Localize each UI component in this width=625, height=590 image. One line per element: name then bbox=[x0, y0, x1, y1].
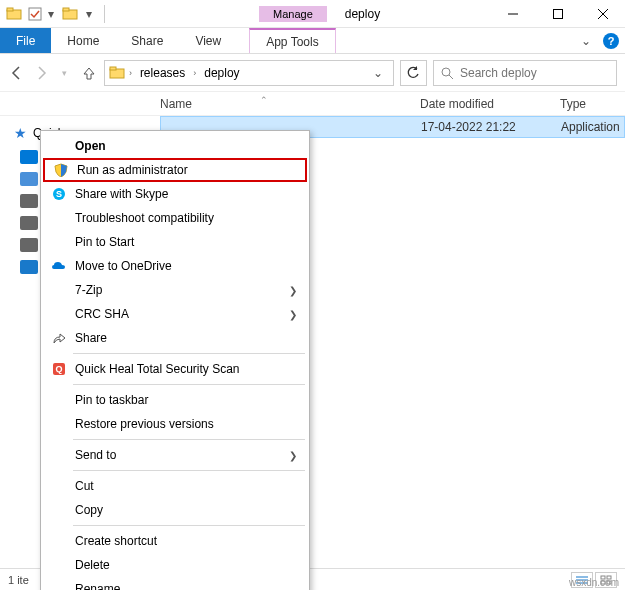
menu-separator bbox=[73, 439, 305, 440]
ctx-rename[interactable]: Rename bbox=[43, 577, 307, 590]
network-icon[interactable] bbox=[20, 260, 38, 274]
ctx-pin-start[interactable]: Pin to Start bbox=[43, 230, 307, 254]
crumb-separator-icon[interactable]: › bbox=[193, 68, 196, 78]
watermark: wsxdn.com bbox=[569, 577, 619, 588]
ribbon-right: ⌄ ? bbox=[577, 28, 625, 53]
forward-button[interactable] bbox=[32, 63, 50, 83]
svg-rect-6 bbox=[553, 9, 562, 18]
ctx-move-onedrive[interactable]: Move to OneDrive bbox=[43, 254, 307, 278]
history-dropdown-icon[interactable]: ▾ bbox=[56, 63, 74, 83]
ctx-delete[interactable]: Delete bbox=[43, 553, 307, 577]
ctx-share-skype[interactable]: S Share with Skype bbox=[43, 182, 307, 206]
menu-separator bbox=[73, 353, 305, 354]
address-folder-icon bbox=[109, 65, 125, 81]
column-header-date[interactable]: Date modified bbox=[420, 97, 560, 111]
ctx-troubleshoot[interactable]: Troubleshoot compatibility bbox=[43, 206, 307, 230]
ctx-label: 7-Zip bbox=[75, 283, 102, 297]
close-button[interactable] bbox=[580, 0, 625, 28]
svg-rect-1 bbox=[7, 8, 13, 11]
share-tab[interactable]: Share bbox=[115, 28, 179, 53]
submenu-arrow-icon: ❯ bbox=[289, 285, 297, 296]
ctx-share[interactable]: Share bbox=[43, 326, 307, 350]
menu-separator bbox=[73, 384, 305, 385]
column-header-name[interactable]: Name ⌃ bbox=[160, 97, 420, 111]
separator bbox=[104, 5, 105, 23]
ctx-label: Share bbox=[75, 331, 107, 345]
ctx-cut[interactable]: Cut bbox=[43, 474, 307, 498]
qat-dropdown-icon-2[interactable]: ▾ bbox=[84, 7, 94, 21]
app-tools-tab[interactable]: App Tools bbox=[249, 28, 335, 53]
breadcrumb[interactable]: deploy bbox=[200, 66, 243, 80]
ctx-quick-heal[interactable]: Q Quick Heal Total Security Scan bbox=[43, 357, 307, 381]
quick-heal-icon: Q bbox=[51, 361, 67, 377]
onedrive-icon bbox=[51, 258, 67, 274]
this-pc-icon[interactable] bbox=[20, 172, 38, 186]
column-headers: Name ⌃ Date modified Type bbox=[0, 92, 625, 116]
onedrive-icon[interactable] bbox=[20, 150, 38, 164]
navigation-bar: ▾ › releases › deploy ⌄ bbox=[0, 54, 625, 92]
skype-icon: S bbox=[51, 186, 67, 202]
ctx-open[interactable]: Open bbox=[43, 134, 307, 158]
ctx-copy[interactable]: Copy bbox=[43, 498, 307, 522]
drive-icon[interactable] bbox=[20, 216, 38, 230]
drive-icon[interactable] bbox=[20, 194, 38, 208]
shield-icon bbox=[53, 162, 69, 178]
search-icon bbox=[440, 66, 454, 80]
drive-icon[interactable] bbox=[20, 238, 38, 252]
maximize-button[interactable] bbox=[535, 0, 580, 28]
minimize-button[interactable] bbox=[490, 0, 535, 28]
view-tab[interactable]: View bbox=[179, 28, 237, 53]
ctx-label: Quick Heal Total Security Scan bbox=[75, 362, 240, 376]
ribbon-collapse-icon[interactable]: ⌄ bbox=[577, 34, 595, 48]
ctx-7zip[interactable]: 7-Zip ❯ bbox=[43, 278, 307, 302]
search-box[interactable] bbox=[433, 60, 617, 86]
svg-rect-2 bbox=[29, 8, 41, 20]
quick-access-toolbar: ▾ bbox=[28, 7, 56, 21]
svg-line-12 bbox=[449, 75, 453, 79]
crumb-separator-icon[interactable]: › bbox=[129, 68, 132, 78]
svg-rect-10 bbox=[110, 67, 116, 70]
svg-point-11 bbox=[442, 68, 450, 76]
folder-icon-2 bbox=[62, 6, 78, 22]
search-input[interactable] bbox=[460, 66, 610, 80]
breadcrumb[interactable]: releases bbox=[136, 66, 189, 80]
back-button[interactable] bbox=[8, 63, 26, 83]
address-bar[interactable]: › releases › deploy ⌄ bbox=[104, 60, 394, 86]
context-menu: Open Run as administrator S Share with S… bbox=[40, 130, 310, 590]
ctx-crc-sha[interactable]: CRC SHA ❯ bbox=[43, 302, 307, 326]
title-bar-left: ▾ ▾ bbox=[0, 5, 109, 23]
qat-dropdown-icon[interactable]: ▾ bbox=[46, 7, 56, 21]
window-title: deploy bbox=[345, 7, 380, 21]
share-arrow-icon bbox=[51, 330, 67, 346]
ctx-restore-versions[interactable]: Restore previous versions bbox=[43, 412, 307, 436]
svg-text:S: S bbox=[56, 189, 62, 199]
menu-separator bbox=[73, 470, 305, 471]
ctx-label: Run as administrator bbox=[77, 163, 188, 177]
ctx-pin-taskbar[interactable]: Pin to taskbar bbox=[43, 388, 307, 412]
svg-text:Q: Q bbox=[55, 364, 62, 374]
ctx-label: Move to OneDrive bbox=[75, 259, 172, 273]
column-label: Name bbox=[160, 97, 192, 111]
help-icon[interactable]: ? bbox=[603, 33, 619, 49]
ctx-run-as-administrator[interactable]: Run as administrator bbox=[43, 158, 307, 182]
ctx-create-shortcut[interactable]: Create shortcut bbox=[43, 529, 307, 553]
column-header-type[interactable]: Type bbox=[560, 97, 625, 111]
status-text: 1 ite bbox=[8, 574, 29, 586]
ctx-label: Send to bbox=[75, 448, 116, 462]
qat-checkbox-icon[interactable] bbox=[28, 7, 42, 21]
sort-indicator-icon: ⌃ bbox=[260, 95, 268, 105]
home-tab[interactable]: Home bbox=[51, 28, 115, 53]
file-tab[interactable]: File bbox=[0, 28, 51, 53]
ribbon-tabs: File Home Share View App Tools ⌄ ? bbox=[0, 28, 625, 54]
file-type-cell: Application bbox=[561, 120, 624, 134]
title-bar: ▾ ▾ Manage deploy bbox=[0, 0, 625, 28]
ctx-label: Share with Skype bbox=[75, 187, 168, 201]
up-button[interactable] bbox=[80, 63, 98, 83]
manage-context-tab[interactable]: Manage bbox=[259, 6, 327, 22]
star-icon: ★ bbox=[14, 125, 27, 141]
ctx-send-to[interactable]: Send to ❯ bbox=[43, 443, 307, 467]
refresh-button[interactable] bbox=[400, 60, 427, 86]
address-dropdown-icon[interactable]: ⌄ bbox=[367, 66, 389, 80]
ctx-label: CRC SHA bbox=[75, 307, 129, 321]
submenu-arrow-icon: ❯ bbox=[289, 309, 297, 320]
